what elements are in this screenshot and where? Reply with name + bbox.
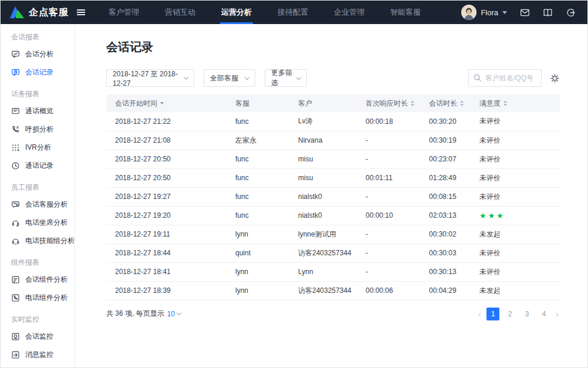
- chevron-down-icon: [296, 75, 301, 79]
- page-size-select[interactable]: 10: [167, 310, 175, 318]
- cell-agent: 左家永: [235, 131, 298, 150]
- topnav-item[interactable]: 客户管理: [96, 1, 152, 24]
- date-range-value: 2018-12-27 至 2018-12-27: [113, 69, 185, 87]
- date-range-select[interactable]: 2018-12-27 至 2018-12-27: [106, 69, 194, 87]
- sidebar-item[interactable]: 电话技能组分析: [11, 232, 75, 250]
- agent-select-value: 全部客服: [210, 73, 238, 83]
- topnav-item[interactable]: 运营分析: [208, 1, 265, 24]
- sidebar-item[interactable]: 会话记录: [11, 63, 75, 82]
- chevron-down-icon: [502, 11, 507, 14]
- more-filters-select[interactable]: 更多筛选: [265, 69, 307, 87]
- column-header[interactable]: 会话时长: [429, 94, 479, 112]
- sidebar-item[interactable]: IVR分析: [11, 139, 75, 157]
- agent-select[interactable]: 全部客服: [204, 69, 255, 87]
- cell-satisfaction: 未评价: [479, 112, 560, 131]
- page-number-button[interactable]: 4: [538, 308, 550, 320]
- hamburger-menu-icon[interactable]: [77, 9, 85, 15]
- table-row[interactable]: 2018-12-27 19:11lynnlynne测试用-00:30:02未发起: [106, 225, 560, 244]
- sidebar-item[interactable]: 会话客服分析: [11, 195, 75, 214]
- cell-agent: func: [235, 150, 298, 168]
- triangle-down-icon: [411, 104, 414, 106]
- cell-first-response: -: [366, 187, 429, 206]
- table-row[interactable]: 2018-12-27 20:50funcmisu-00:23:07未评价: [106, 150, 560, 168]
- cell-agent: lynn: [235, 262, 298, 281]
- column-header[interactable]: 满意度: [479, 94, 560, 112]
- message-monitor-icon: [11, 350, 20, 359]
- cell-start-time: 2018-12-27 18:44: [106, 244, 235, 262]
- triangle-down-icon: [503, 104, 507, 106]
- sidebar-section: 会话报表会话分析会话记录: [11, 32, 75, 82]
- table-row[interactable]: 2018-12-27 21:08左家永Nirvana-00:30:19未评价: [106, 131, 560, 150]
- table-footer: 共 36 项, 每页显示 10 ‹1234›: [106, 308, 560, 320]
- sidebar-item[interactable]: 通话概览: [11, 102, 75, 120]
- sidebar-item[interactable]: 会话分析: [11, 45, 75, 63]
- mail-icon[interactable]: [520, 8, 530, 18]
- pagination-next-icon[interactable]: ›: [555, 309, 560, 319]
- triangle-down-icon: [460, 104, 464, 106]
- topbar: 企点客服 客户管理营销互动运营分析接待配置企业管理智能客服 Flora: [1, 1, 587, 24]
- cell-first-response: -: [366, 150, 429, 168]
- brand: 企点客服: [10, 6, 69, 19]
- logout-icon[interactable]: [566, 8, 576, 18]
- cell-agent: func: [235, 112, 298, 131]
- topnav-item[interactable]: 接待配置: [265, 1, 321, 24]
- sidebar-item[interactable]: 呼损分析: [11, 120, 75, 139]
- table-row[interactable]: 2018-12-27 20:50funcmisu00:01:1101:28:49…: [106, 168, 560, 187]
- sidebar-item-label: 电话组件分析: [25, 293, 67, 303]
- sidebar-item[interactable]: 通话记录: [11, 157, 75, 175]
- table-row[interactable]: 2018-12-27 19:27funcnialstk0-00:08:15未评价: [106, 187, 560, 206]
- sidebar-item[interactable]: 会话监控: [11, 328, 75, 346]
- cell-customer: misu: [298, 150, 366, 168]
- pagination-prev-icon[interactable]: ‹: [477, 309, 482, 319]
- page-number-button[interactable]: 2: [503, 308, 516, 320]
- column-header[interactable]: 会话开始时间: [106, 94, 235, 112]
- table-row[interactable]: 2018-12-27 21:22funcLv涛00:00:1800:30:20未…: [106, 112, 560, 131]
- sidebar-section: 组件报表会话组件分析电话组件分析: [11, 258, 75, 307]
- total-summary: 共 36 项, 每页显示: [106, 309, 164, 319]
- page-number-button[interactable]: 1: [486, 308, 499, 320]
- triangle-up-icon: [503, 100, 507, 103]
- chat-analysis-icon: [11, 50, 20, 59]
- sidebar-item[interactable]: 会话组件分析: [11, 271, 75, 289]
- chevron-down-icon: [177, 310, 181, 315]
- sidebar-item[interactable]: 消息监控: [11, 346, 75, 364]
- sidebar-item[interactable]: 电话组件分析: [11, 289, 75, 307]
- gear-icon[interactable]: [550, 73, 560, 83]
- sidebar-section-title: 员工报表: [11, 183, 75, 193]
- cell-first-response: 00:01:11: [366, 168, 429, 187]
- cell-duration: 00:04:29: [429, 281, 479, 300]
- cell-customer: misu: [298, 168, 366, 187]
- call-record-icon: [11, 161, 20, 170]
- table-row[interactable]: 2018-12-27 18:44quint访客2403257344-00:30:…: [106, 244, 560, 262]
- user-name: Flora: [481, 8, 498, 17]
- column-header[interactable]: 客户: [298, 94, 366, 112]
- satisfaction-stars: ★★★: [479, 211, 505, 220]
- sidebar-section-title: 组件报表: [11, 258, 75, 268]
- column-header[interactable]: 首次响应时长: [366, 94, 429, 112]
- cell-satisfaction: 未评价: [479, 131, 560, 150]
- topbar-action-icons: [520, 8, 576, 18]
- topnav-item[interactable]: 营销互动: [152, 1, 208, 24]
- table-row[interactable]: 2018-12-27 18:39lynn访客240325734400:00:06…: [106, 281, 560, 300]
- avatar: [461, 5, 477, 20]
- sidebar-item[interactable]: 电话坐席分析: [11, 214, 75, 232]
- topnav-item[interactable]: 智能客服: [377, 1, 434, 24]
- cell-duration: 00:23:07: [429, 150, 479, 168]
- cell-start-time: 2018-12-27 19:20: [106, 206, 235, 225]
- topnav-item[interactable]: 企业管理: [321, 1, 377, 24]
- chat-monitor-icon: [11, 332, 20, 341]
- column-header-label: 会话开始时间: [115, 99, 164, 109]
- user-menu[interactable]: Flora: [461, 5, 507, 20]
- table-row[interactable]: 2018-12-27 18:41lynnLynn-00:30:13未评价: [106, 262, 560, 281]
- sidebar-item[interactable]: 客服监控: [11, 364, 75, 367]
- cell-satisfaction: 未评价: [479, 168, 560, 187]
- sidebar-section: 员工报表会话客服分析电话坐席分析电话技能组分析: [11, 183, 75, 250]
- page-number-button[interactable]: 3: [521, 308, 533, 320]
- sidebar-item-label: 电话技能组分析: [25, 236, 75, 246]
- contacts-icon[interactable]: [543, 8, 553, 18]
- phone-skill-icon: [11, 237, 20, 245]
- cell-satisfaction: ★★★: [479, 206, 560, 225]
- table-row[interactable]: 2018-12-27 19:20funcnialstk000:00:1002:0…: [106, 206, 560, 225]
- column-header[interactable]: 客服: [235, 94, 298, 112]
- sidebar: 会话报表会话分析会话记录话务报表通话概览呼损分析IVR分析通话记录员工报表会话客…: [1, 24, 75, 367]
